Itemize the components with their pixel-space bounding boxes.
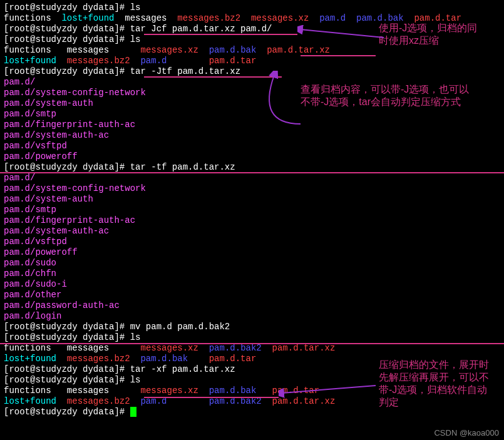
annotation-3: 压缩归档的文件，展开时先解压缩再展开，可以不带-J选项，归档软件自动判定 — [379, 359, 495, 409]
underline-7 — [144, 397, 279, 398]
underline-2 — [301, 55, 376, 56]
watermark: CSDN @kaoa000 — [434, 428, 499, 437]
underline-3 — [144, 76, 282, 78]
underline-1 — [144, 34, 297, 35]
underline-5 — [160, 172, 257, 173]
underline-6 — [0, 343, 504, 344]
terminal-cursor — [130, 407, 136, 417]
terminal-output[interactable]: [root@studyzdy dydata]# ls functions los… — [0, 0, 504, 420]
annotation-1: 使用-J选项，归档的同时使用xz压缩 — [379, 22, 485, 47]
annotation-2: 查看归档内容，可以带-J选项，也可以不带-J选项，tar会自动判定压缩方式 — [301, 83, 476, 108]
